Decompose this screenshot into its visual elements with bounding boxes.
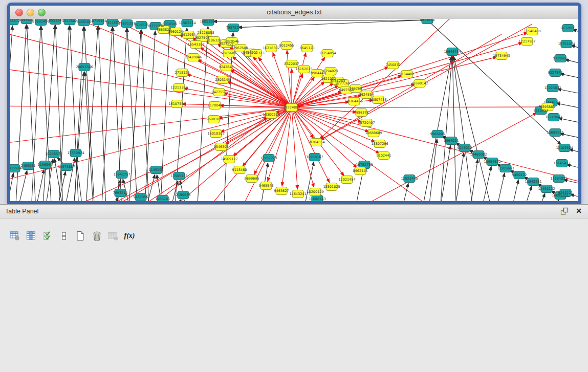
graph-node-label: 15692931 [547,130,563,135]
graph-node-label: 9245221 [558,191,573,195]
graph-node-label: 1145194 [149,168,164,172]
graph-node-label: 13505135 [170,174,187,178]
graph-node-label: 9012455 [279,43,294,48]
network-view-window[interactable]: citations_edges.txt 24355729155327206914… [7,3,581,204]
graph-edge [225,107,292,145]
graph-edge [42,25,55,201]
citation-network-graph[interactable]: 2435572915532720691406105532471527602646… [10,19,578,201]
graph-node-label: 9154482 [400,72,415,76]
graph-edge [128,117,268,201]
graph-edge [292,107,543,107]
table-panel: Table Panel ✕ [0,204,588,372]
graph-node-label: 10688609 [365,131,382,135]
graph-node-label: 8912954 [181,33,196,37]
graph-node-label: 9465546 [259,184,274,188]
graph-node-label: 9115460 [232,168,247,172]
graph-node-label: 8964021 [444,139,459,143]
graph-node-label: 13254854 [319,51,336,55]
graph-node-label: 16107554 [168,102,185,106]
graph-node-label: 10145412 [553,161,570,165]
window-title: citations_edges.txt [10,8,578,16]
graph-node-label: 9986905 [430,132,445,136]
graph-edge [282,107,292,186]
graph-edge [292,107,297,189]
graph-edge [55,25,63,201]
graph-node-label: 1527602 [62,19,77,23]
table-mode-button[interactable] [8,229,21,243]
graph-node-label: 18501025 [323,185,340,189]
graph-node-label: 19734943 [493,54,510,58]
graph-node-label: 10958167 [306,155,323,159]
graph-node-label: 16782759 [356,163,373,167]
graph-edge [550,200,559,201]
graph-node-label: 8645120 [300,46,315,50]
graph-node-label: 10807488 [369,98,386,102]
graph-edge [84,27,95,201]
graph-edge [10,173,13,201]
float-panel-icon[interactable] [560,207,569,215]
graph-node-label: 12217987 [518,39,535,43]
graph-node-label: 11548408 [524,29,540,33]
graph-node-label: 18807296 [371,142,388,146]
graph-node-label: 2803144 [215,78,230,82]
graph-node-label: 10954522 [484,160,500,164]
graph-node-label: 17359924 [67,151,84,155]
show-columns-button[interactable] [25,229,38,243]
graph-node-label: 2718126 [175,71,190,75]
create-column-button[interactable] [74,229,87,243]
graph-node-label: 20206576 [45,152,62,156]
graph-node-label: 10719188 [90,19,106,23]
graph-node-label: 2465051 [21,164,36,168]
graph-node-label: 746266 [350,86,362,91]
graph-node-label: 9463627 [274,189,289,193]
table-panel-header: Table Panel ✕ [0,205,588,218]
graph-node-label: 1595883 [540,105,555,109]
graph-edge [567,164,578,171]
graph-edge [468,159,478,201]
delete-column-button[interactable] [90,229,103,243]
graph-node-label: 10942251 [525,180,541,184]
graph-edge [31,26,41,201]
function-builder-button[interactable]: f(x) [123,229,136,243]
network-canvas[interactable]: 2435572915532720691406105532471527602646… [10,19,578,201]
graph-node-label: 12923445 [401,177,418,181]
window-titlebar[interactable]: citations_edges.txt [10,6,578,19]
graph-node-label: 9427552 [212,90,227,94]
graph-node-label: 14569117 [221,157,237,161]
graph-edge [292,107,578,188]
graph-node-label: 10975887 [58,165,75,169]
graph-node-label: 18724007 [283,105,300,110]
graph-node-label: 10469082 [470,152,487,157]
graph-node-label: 12093832 [544,86,561,90]
graph-node-label: 9329966 [553,56,568,60]
graph-node-label: 9450122 [512,173,527,177]
graph-edge [427,139,437,201]
graph-node-label: 12942757 [113,172,130,177]
close-panel-icon[interactable]: ✕ [576,207,582,215]
graph-node-label: 7351881 [105,20,120,25]
graph-node-label: 12164021 [550,177,567,181]
table-toolbar: f(x) [8,229,136,243]
graph-edge [565,59,578,67]
graph-edge [420,56,451,201]
graph-node-label: 9467056 [134,195,148,199]
graph-node-label: 9227343 [548,71,563,75]
graph-node-label: 6030509 [163,22,178,26]
graph-node-label: 7170048 [208,103,223,107]
graph-node-label: 10200129 [307,190,323,194]
select-columns-button[interactable] [41,229,54,243]
delete-table-button[interactable] [106,229,120,243]
graph-node-label: 16590142 [411,81,428,85]
graph-node-label: 8813054 [420,19,435,22]
graph-node-label: 9132066 [561,26,576,30]
graph-edge [187,74,292,107]
graph-edge [509,180,518,201]
graph-node-label: 8962145 [353,169,368,173]
graph-node-label: 11680743 [309,197,325,201]
graph-node-label: 6794023 [323,69,338,73]
graph-node-label: 7857224 [226,26,241,30]
graph-edge [74,27,84,201]
row-mode-button[interactable] [57,229,71,243]
graph-node-label: 20364456 [345,99,362,103]
graph-node-label: 7515526 [134,23,149,27]
